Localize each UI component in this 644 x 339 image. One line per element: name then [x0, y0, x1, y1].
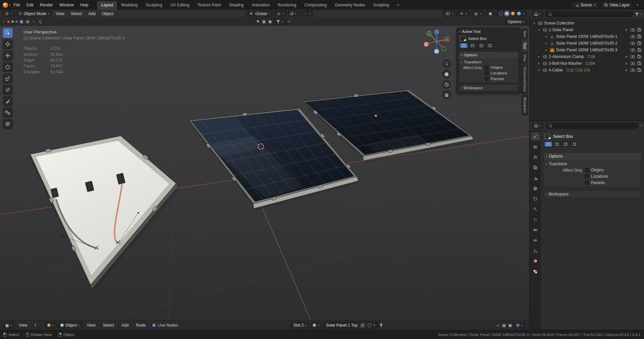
disable-render-icon[interactable] — [637, 49, 641, 52]
browse-material-dropdown[interactable]: ▾ — [310, 322, 322, 329]
camera-view-button[interactable] — [442, 80, 451, 89]
parents-checkbox[interactable] — [485, 77, 489, 81]
viewport-menu-select[interactable]: Select — [68, 11, 85, 17]
flag-icon[interactable]: ⚑ — [255, 19, 260, 24]
menu-help[interactable]: Help — [77, 2, 92, 8]
properties-editor-type-button[interactable]: ▾ — [532, 123, 544, 129]
tab-rendering[interactable]: Rendering — [274, 1, 300, 10]
swatch-blue-icon[interactable] — [15, 20, 18, 23]
tool-name-row[interactable]: Select Box — [544, 133, 641, 142]
scale-tool[interactable] — [3, 73, 13, 83]
outliner-row-collection[interactable]: ▸ 4-Cable 12 15 6 — [530, 67, 644, 73]
active-tool-panel-header[interactable]: ▾ Active Tool — [457, 28, 521, 35]
sidebar-tab-view[interactable]: View — [522, 52, 528, 64]
hide-viewport-icon[interactable] — [631, 69, 635, 72]
shader-editor-type-button[interactable]: ▾ — [45, 322, 56, 329]
grid-dot-icon[interactable]: ▣ — [267, 19, 273, 24]
tab-uv-editing[interactable]: UV Editing — [166, 1, 193, 10]
swatch-red-icon[interactable] — [7, 20, 10, 23]
tool-settings-caret-icon[interactable]: ▾ — [2, 20, 6, 23]
tab-sculpting[interactable]: Sculpting — [142, 1, 166, 10]
tab-render[interactable] — [531, 143, 540, 151]
tab-geometry-nodes[interactable]: Geometry Nodes — [331, 1, 369, 10]
collection-checkbox[interactable] — [625, 68, 628, 72]
add-workspace-button[interactable]: + — [393, 1, 403, 10]
image-editor-type-button[interactable]: ▦▾ — [3, 322, 14, 329]
pin-icon[interactable] — [380, 323, 383, 327]
tab-anim[interactable]: Animation — [248, 1, 274, 10]
menu-edit[interactable]: Edit — [23, 2, 37, 8]
select-mode-subtract[interactable] — [562, 142, 570, 147]
transform-subpanel-header[interactable]: ▾ Transform — [461, 59, 516, 65]
tab-scripting[interactable]: Scripting — [369, 1, 393, 10]
collection-checkbox[interactable] — [625, 28, 628, 32]
view-layer-selector[interactable]: View Layer — [601, 2, 632, 8]
tab-layout[interactable]: Layout — [97, 1, 117, 10]
object-type-visibility-dropdown[interactable]: ▾ — [443, 10, 456, 17]
viewport-menu-view[interactable]: View — [53, 11, 67, 17]
tab-shading[interactable]: Shading — [225, 1, 248, 10]
pan-button[interactable] — [442, 70, 451, 78]
select-mode-new[interactable] — [544, 142, 552, 147]
hide-viewport-icon[interactable] — [631, 55, 635, 58]
cursor-tool[interactable] — [3, 39, 13, 49]
snap-toggle[interactable]: ▾ — [288, 10, 299, 17]
disclosure-icon[interactable]: ▸ — [537, 62, 541, 65]
outliner-row-collection[interactable]: ▸ 2-Aluminium Clamp 18 — [530, 53, 644, 60]
collection-checkbox[interactable] — [625, 62, 628, 65]
outliner-row-object-active[interactable]: ▸ Solar Panel 160W 1480x670x35-3 — [530, 47, 644, 53]
use-nodes-checkbox[interactable] — [152, 323, 156, 327]
select-mode-intersect[interactable] — [571, 142, 579, 147]
sidebar-tab-item[interactable]: Item — [522, 29, 528, 40]
disable-render-icon[interactable] — [637, 62, 641, 65]
select-mode-new[interactable] — [460, 43, 468, 48]
tab-output[interactable] — [531, 153, 540, 161]
shader-type-dropdown[interactable]: Object ▾ — [58, 322, 83, 329]
options-subpanel-header[interactable]: ▾ Options — [459, 52, 518, 58]
filter-caret-icon[interactable]: ▾ — [641, 13, 642, 15]
tab-particles[interactable] — [531, 216, 540, 224]
material-preview-icon[interactable] — [511, 12, 515, 15]
outliner-row-object[interactable]: ▸ Solar Panel 160W 1480x670x35-2 — [530, 40, 644, 47]
workspace-subpanel-header[interactable]: › Workspace — [544, 190, 641, 198]
menu-window[interactable]: Window — [56, 2, 77, 8]
tab-world[interactable] — [531, 184, 540, 192]
disclosure-icon[interactable]: ▸ — [537, 55, 541, 58]
viewport-menu-object[interactable]: Object — [99, 11, 116, 17]
overlay-grid-icon[interactable]: ▦ — [501, 323, 506, 328]
tab-modifiers[interactable] — [531, 205, 540, 213]
tab-object-data[interactable] — [531, 247, 540, 255]
disclosure-icon[interactable]: ▸ — [544, 35, 548, 38]
shader-menu-node[interactable]: Node — [133, 322, 149, 329]
new-view-layer-icon[interactable]: + — [635, 2, 640, 7]
validate-icon[interactable]: ✓ — [287, 19, 292, 24]
shader-menu-select[interactable]: Select — [100, 322, 117, 329]
disclosure-icon[interactable]: ▾ — [532, 21, 536, 25]
properties-options-caret-icon[interactable]: ▾ — [641, 124, 642, 127]
tab-material[interactable] — [531, 257, 540, 265]
add-cube-tool[interactable] — [3, 119, 13, 129]
gizmos-dropdown[interactable]: ✛▾ — [456, 10, 470, 17]
proportional-editing-dropdown[interactable]: ◌▾ — [300, 10, 313, 17]
swatch-green-icon[interactable] — [11, 20, 14, 23]
xray-toggle[interactable]: ▣ — [485, 10, 495, 17]
shader-menu-view[interactable]: View — [84, 322, 99, 329]
blender-logo-icon[interactable] — [3, 2, 8, 8]
disable-render-icon[interactable] — [637, 55, 641, 58]
disable-render-icon[interactable] — [637, 35, 641, 38]
hide-viewport-icon[interactable] — [631, 49, 635, 52]
transform-tool[interactable] — [3, 85, 13, 95]
image-editor-menu-view[interactable]: View — [16, 322, 31, 329]
viewport-canvas[interactable]: User Perspective (1) Scene Collection | … — [0, 26, 529, 320]
solid-shading-icon[interactable] — [505, 12, 509, 15]
menu-render[interactable]: Render — [37, 2, 56, 8]
workspace-subpanel-header[interactable]: › Workspace — [459, 84, 518, 91]
viewport-menu-add[interactable]: Add — [86, 11, 98, 17]
editor-type-button[interactable]: ▾ — [2, 10, 15, 17]
disable-render-icon[interactable] — [637, 29, 641, 32]
disable-render-icon[interactable] — [637, 42, 641, 45]
grid-small-icon[interactable]: ▦ — [261, 19, 266, 24]
hide-viewport-icon[interactable] — [631, 42, 635, 45]
tab-object[interactable] — [531, 195, 540, 203]
origins-checkbox[interactable] — [485, 65, 489, 69]
